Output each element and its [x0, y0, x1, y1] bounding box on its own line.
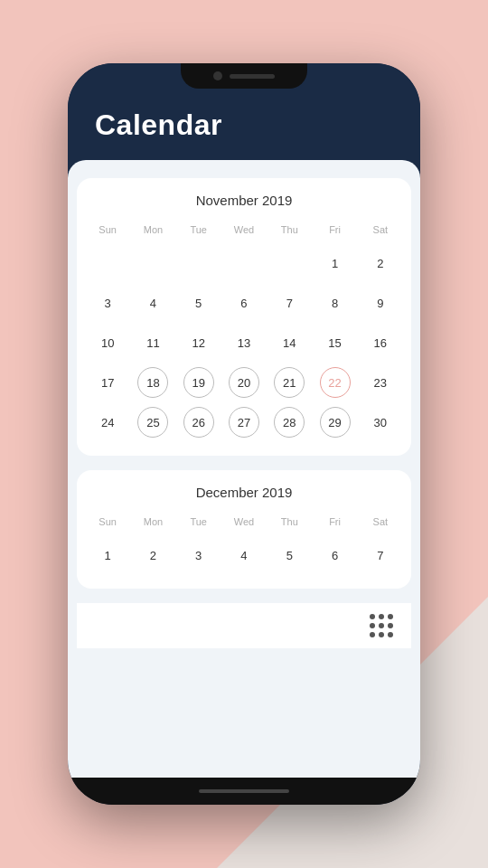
app-title: Calendar [95, 108, 393, 142]
nov-day-23[interactable]: 23 [359, 363, 402, 401]
november-calendar: November 2019 Sun Mon Tue Wed Thu Fri Sa… [77, 178, 411, 456]
nov-day-11[interactable]: 11 [131, 324, 174, 362]
nov-day-22[interactable]: 22 [313, 363, 356, 401]
dec-day-2[interactable]: 2 [131, 536, 174, 574]
nov-empty-2 [131, 244, 174, 282]
col-thu: Thu [267, 221, 311, 242]
nov-day-28[interactable]: 28 [267, 403, 311, 441]
col-wed: Wed [222, 221, 266, 242]
nov-day-13[interactable]: 13 [222, 324, 266, 362]
nov-day-17[interactable]: 17 [86, 363, 129, 401]
handle-bar [199, 789, 289, 793]
dec-day-4[interactable]: 4 [222, 536, 266, 574]
dot-1 [370, 614, 375, 619]
nov-day-16[interactable]: 16 [359, 324, 402, 362]
nov-day-21[interactable]: 21 [267, 363, 311, 401]
dec-col-sat: Sat [359, 513, 402, 534]
nov-day-29[interactable]: 29 [313, 403, 356, 441]
nov-day-1[interactable]: 1 [313, 244, 356, 282]
dots-menu[interactable] [370, 614, 393, 637]
dot-9 [388, 632, 393, 637]
november-grid: Sun Mon Tue Wed Thu Fri Sat 1 2 3 4 5 6 [86, 221, 402, 441]
dec-day-6[interactable]: 6 [313, 536, 356, 574]
dot-7 [370, 632, 375, 637]
nov-day-6[interactable]: 6 [222, 284, 266, 322]
nov-day-20[interactable]: 20 [222, 363, 266, 401]
dot-3 [388, 614, 393, 619]
dec-col-sun: Sun [86, 513, 129, 534]
nov-day-24[interactable]: 24 [86, 403, 129, 441]
dec-col-mon: Mon [131, 513, 174, 534]
nov-day-19[interactable]: 19 [177, 363, 221, 401]
camera [213, 71, 222, 80]
nov-day-5[interactable]: 5 [177, 284, 221, 322]
bottom-handle [68, 778, 420, 805]
nov-day-26[interactable]: 26 [177, 403, 221, 441]
nov-day-4[interactable]: 4 [131, 284, 174, 322]
dot-4 [370, 623, 375, 628]
nov-day-18[interactable]: 18 [131, 363, 174, 401]
nov-empty-4 [222, 244, 266, 282]
col-fri: Fri [313, 221, 356, 242]
nov-day-15[interactable]: 15 [313, 324, 356, 362]
nov-day-9[interactable]: 9 [359, 284, 402, 322]
dot-2 [379, 614, 384, 619]
dec-col-wed: Wed [222, 513, 266, 534]
nov-day-8[interactable]: 8 [313, 284, 356, 322]
speaker [230, 74, 275, 79]
dec-day-7[interactable]: 7 [359, 536, 402, 574]
dot-5 [379, 623, 384, 628]
december-grid: Sun Mon Tue Wed Thu Fri Sat 1 2 3 4 5 6 … [86, 513, 402, 574]
nov-day-14[interactable]: 14 [267, 324, 311, 362]
nov-day-10[interactable]: 10 [86, 324, 129, 362]
nov-empty-1 [86, 244, 129, 282]
december-title: December 2019 [86, 485, 402, 500]
dec-col-tue: Tue [177, 513, 221, 534]
nov-day-27[interactable]: 27 [222, 403, 266, 441]
col-mon: Mon [131, 221, 174, 242]
bottom-bar [77, 603, 411, 648]
dec-day-5[interactable]: 5 [267, 536, 311, 574]
dot-6 [388, 623, 393, 628]
nov-empty-5 [267, 244, 311, 282]
dec-col-thu: Thu [267, 513, 311, 534]
nov-day-12[interactable]: 12 [177, 324, 221, 362]
col-tue: Tue [177, 221, 221, 242]
dot-8 [379, 632, 384, 637]
nov-empty-3 [177, 244, 221, 282]
nov-day-2[interactable]: 2 [359, 244, 402, 282]
notch [181, 63, 307, 89]
main-content: November 2019 Sun Mon Tue Wed Thu Fri Sa… [68, 160, 420, 778]
dec-col-fri: Fri [313, 513, 356, 534]
november-title: November 2019 [86, 193, 402, 208]
col-sat: Sat [359, 221, 402, 242]
dec-day-3[interactable]: 3 [177, 536, 221, 574]
nov-day-7[interactable]: 7 [267, 284, 311, 322]
dec-day-1[interactable]: 1 [86, 536, 129, 574]
december-calendar: December 2019 Sun Mon Tue Wed Thu Fri Sa… [77, 470, 411, 589]
nov-day-30[interactable]: 30 [359, 403, 402, 441]
nov-day-25[interactable]: 25 [131, 403, 174, 441]
col-sun: Sun [86, 221, 129, 242]
phone-frame: Calendar November 2019 Sun Mon Tue Wed T… [68, 63, 420, 805]
nov-day-3[interactable]: 3 [86, 284, 129, 322]
